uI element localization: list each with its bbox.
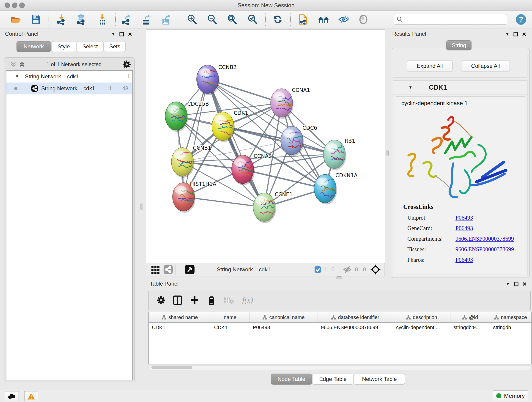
network-share-button-icon[interactable] xyxy=(163,265,173,274)
zoom-selected-button[interactable] xyxy=(247,13,259,26)
grid-view-icon[interactable] xyxy=(151,265,160,274)
collapse-all-icon[interactable] xyxy=(10,61,17,68)
crosslink-value-link[interactable]: P06493 xyxy=(456,257,473,263)
warning-status-button[interactable] xyxy=(24,391,38,401)
panel-float-icon[interactable] xyxy=(513,32,518,36)
table-cell[interactable]: CDK1 xyxy=(149,323,211,332)
expand-all-button[interactable]: Expand All xyxy=(407,60,452,72)
column-header-canonical-name[interactable]: canonical name xyxy=(249,313,317,322)
panel-close-icon[interactable]: × xyxy=(523,281,527,287)
column-header-shared-name[interactable]: shared name xyxy=(149,313,211,322)
network-node-ccnb1[interactable] xyxy=(171,148,195,178)
tab-select[interactable]: Select xyxy=(76,41,104,52)
zoom-out-button[interactable] xyxy=(206,13,218,26)
network-tree-child-row[interactable]: String Network – cdk1 11 48 xyxy=(6,83,133,95)
homes-button[interactable] xyxy=(317,13,329,26)
network-canvas[interactable]: CCNB2CCNA1CDC25BCDK1CDC6RB1CCNB1CCNA2CDK… xyxy=(146,29,385,263)
hide-selected-button[interactable] xyxy=(337,13,349,26)
string-document-button[interactable] xyxy=(297,13,309,26)
delete-table-icon[interactable] xyxy=(224,296,234,305)
table-cell[interactable]: cyclin-dependent ... xyxy=(393,323,450,332)
export-table-button[interactable] xyxy=(140,13,152,26)
import-table-file-button[interactable] xyxy=(96,13,108,26)
add-column-icon[interactable] xyxy=(190,295,199,305)
function-builder-icon[interactable]: f(x) xyxy=(242,296,253,305)
network-node-rb1[interactable] xyxy=(323,140,346,170)
column-header-namespace[interactable]: namespace xyxy=(490,313,531,322)
crosslink-value-link[interactable]: P06493 xyxy=(456,215,473,221)
tab-style[interactable]: Style xyxy=(51,41,76,52)
table-cell[interactable]: stringdb:9... xyxy=(450,323,490,332)
panel-menu-icon[interactable]: ▼ xyxy=(505,32,509,36)
table-options-gear-icon[interactable] xyxy=(157,296,165,304)
network-node-hist1h1a[interactable] xyxy=(172,183,197,213)
panel-menu-icon[interactable]: ▼ xyxy=(111,32,115,36)
network-graph[interactable]: CCNB2CCNA1CDC25BCDK1CDC6RB1CCNB1CCNA2CDK… xyxy=(146,30,385,263)
entry-collapse-icon[interactable]: ▼ xyxy=(409,85,412,89)
column-header-description[interactable]: description xyxy=(393,313,450,322)
column-header-database-identifier[interactable]: database identifier xyxy=(318,313,393,322)
tab-node-table[interactable]: Node Table xyxy=(271,374,312,385)
network-node-ccna1[interactable] xyxy=(271,89,294,119)
collapse-all-button[interactable]: Collapse All xyxy=(461,60,510,72)
export-image-button[interactable] xyxy=(160,13,172,26)
cloud-status-button[interactable] xyxy=(5,391,19,401)
table-cell[interactable]: stringdb xyxy=(490,323,531,332)
crosslink-value-link[interactable]: 9606.ENSP00000378699 xyxy=(456,236,514,242)
crosslink-value-link[interactable]: 9606.ENSP00000378699 xyxy=(456,246,514,253)
table-cell[interactable]: 9606.ENSP00000378699 xyxy=(318,323,393,332)
help-button[interactable]: ? xyxy=(515,13,527,26)
tab-edge-table[interactable]: Edge Table xyxy=(312,374,354,385)
network-edge[interactable] xyxy=(208,79,264,207)
network-edge[interactable] xyxy=(184,197,264,207)
memory-button[interactable]: Memory xyxy=(493,390,528,401)
network-node-cdc6[interactable] xyxy=(281,126,305,156)
left-splitter-grip[interactable] xyxy=(140,204,143,210)
delete-column-icon[interactable] xyxy=(207,295,216,306)
table-row[interactable]: CDK1CDK1P064939606.ENSP00000378699cyclin… xyxy=(149,323,531,332)
import-network-database-button[interactable] xyxy=(75,13,87,26)
network-list-options-gear-icon[interactable] xyxy=(123,60,131,69)
network-node-cdc25b[interactable] xyxy=(165,102,189,132)
table-horizontal-scrollbar[interactable] xyxy=(148,365,532,370)
network-node-ccne1[interactable] xyxy=(253,193,278,223)
table-cell[interactable]: CDK1 xyxy=(211,323,250,332)
network-node-ccnb2[interactable] xyxy=(196,65,220,95)
results-entry-header[interactable]: ▼ CDK1 xyxy=(393,80,527,95)
network-node-cdk1[interactable] xyxy=(212,112,236,142)
birds-eye-view-icon[interactable] xyxy=(185,264,195,274)
hidden-eye-icon[interactable] xyxy=(342,265,353,274)
network-node-cdkn1a[interactable] xyxy=(314,174,338,204)
zoom-in-button[interactable] xyxy=(186,13,198,26)
network-node-ccna2[interactable] xyxy=(232,155,254,185)
network-tree-root-row[interactable]: ▼ String Network – cdk1 1 xyxy=(6,70,133,83)
panel-menu-icon[interactable]: ▼ xyxy=(506,282,510,286)
refresh-button[interactable] xyxy=(272,13,284,26)
crosslink-value-link[interactable]: P06493 xyxy=(456,225,473,231)
tab-string-results[interactable]: String xyxy=(446,40,472,51)
panel-float-icon[interactable] xyxy=(119,32,124,36)
tab-sets[interactable]: Sets xyxy=(104,41,126,52)
panel-close-icon[interactable]: × xyxy=(522,31,526,38)
column-header--id[interactable]: @id xyxy=(450,313,490,322)
expand-all-icon[interactable] xyxy=(19,61,25,68)
tab-network-table[interactable]: Network Table xyxy=(354,374,405,385)
column-header-name[interactable]: name xyxy=(211,313,250,322)
tree-expand-icon[interactable]: ▼ xyxy=(15,74,19,79)
search-field[interactable] xyxy=(394,14,507,25)
save-session-button[interactable] xyxy=(30,13,42,26)
panel-close-icon[interactable]: × xyxy=(128,31,132,38)
panel-float-icon[interactable] xyxy=(514,282,519,286)
right-splitter-grip[interactable] xyxy=(386,150,389,156)
selected-checkbox-icon[interactable] xyxy=(314,266,321,273)
tab-network[interactable]: Network xyxy=(17,41,51,52)
fit-content-crosshair-icon[interactable] xyxy=(370,264,381,275)
show-all-button[interactable] xyxy=(357,13,369,26)
zoom-fit-button[interactable] xyxy=(226,13,238,26)
show-columns-icon[interactable] xyxy=(173,295,182,305)
import-network-file-button[interactable] xyxy=(56,13,67,26)
scrollbar-thumb[interactable] xyxy=(152,366,192,369)
table-cell[interactable]: P06493 xyxy=(249,323,317,332)
export-network-button[interactable] xyxy=(120,13,132,26)
open-session-button[interactable] xyxy=(10,13,22,26)
